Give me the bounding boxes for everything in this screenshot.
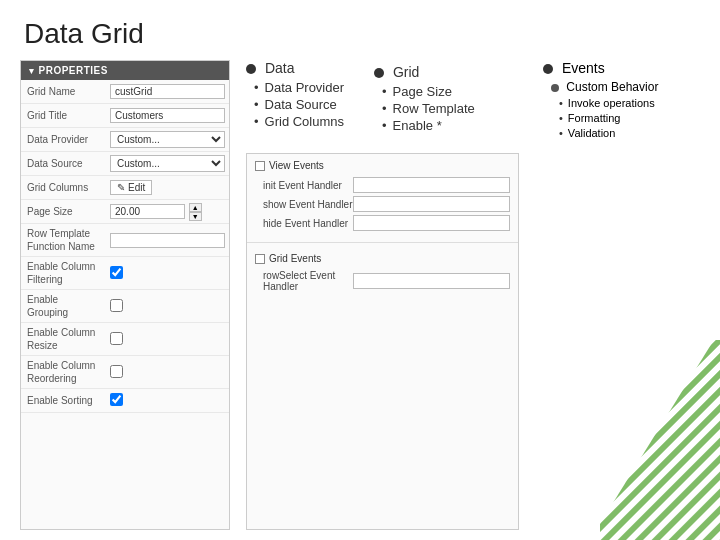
- row-template-input[interactable]: [110, 233, 225, 248]
- init-event-row: init Event Handler: [255, 177, 510, 193]
- properties-panel: ▾ PROPERTIES Grid Name Grid Title Data P…: [20, 60, 230, 530]
- prop-row-gridcolumns: Grid Columns ✎ ✎ Edit: [21, 176, 229, 200]
- top-bullets: Data Data Provider Data Source Grid Colu…: [246, 60, 519, 143]
- list-item: Enable *: [382, 118, 475, 133]
- view-events-label: View Events: [269, 160, 324, 171]
- prop-row-dataprovider: Data Provider Custom...: [21, 128, 229, 152]
- grid-events-label: Grid Events: [269, 253, 321, 264]
- grid-title-input[interactable]: [110, 108, 225, 123]
- grouping-checkbox[interactable]: [110, 299, 123, 312]
- prop-label-sorting: Enable Sorting: [21, 391, 106, 410]
- prop-value-datasource: Custom...: [106, 153, 229, 174]
- prop-row-gridtitle: Grid Title: [21, 104, 229, 128]
- prop-label-colresize: Enable Column Resize: [21, 323, 106, 355]
- show-event-input[interactable]: [353, 196, 510, 212]
- prop-value-sorting: [106, 391, 229, 410]
- page-size-input[interactable]: [110, 204, 185, 219]
- col-reorder-checkbox[interactable]: [110, 365, 123, 378]
- list-item: Validation: [559, 127, 692, 139]
- pencil-icon: ✎: [117, 182, 125, 193]
- grid-events-header: Grid Events: [255, 251, 510, 266]
- prop-label-colreorder: Enable Column Reordering: [21, 356, 106, 388]
- prop-row-rowtemplate: Row Template Function Name: [21, 224, 229, 257]
- prop-row-datasource: Data Source Custom...: [21, 152, 229, 176]
- prop-value-colfiltering: [106, 264, 229, 283]
- properties-label: PROPERTIES: [39, 65, 108, 76]
- list-item: Row Template: [382, 101, 475, 116]
- grid-events-section: Grid Events rowSelect Event Handler: [247, 247, 518, 299]
- prop-row-pagesize: Page Size ▲ ▼: [21, 200, 229, 224]
- hide-event-input[interactable]: [353, 215, 510, 231]
- rowselect-event-row: rowSelect Event Handler: [255, 270, 510, 292]
- prop-row-colreorder: Enable Column Reordering: [21, 356, 229, 389]
- prop-label-rowtemplate: Row Template Function Name: [21, 224, 106, 256]
- prop-row-grouping: Enable Grouping: [21, 290, 229, 323]
- events-divider: [247, 242, 518, 243]
- prop-row-colresize: Enable Column Resize: [21, 323, 229, 356]
- prop-value-grouping: [106, 297, 229, 316]
- view-events-header: View Events: [255, 158, 510, 173]
- svg-marker-2: [600, 340, 720, 540]
- prop-value-dataprovider: Custom...: [106, 129, 229, 150]
- properties-header: ▾ PROPERTIES: [21, 61, 229, 80]
- list-item: Data Source: [254, 97, 344, 112]
- prop-label-gridcolumns: Grid Columns: [21, 178, 106, 197]
- prop-value-rowtemplate: [106, 231, 229, 250]
- prop-value-gridcolumns: ✎ ✎ Edit: [106, 178, 229, 197]
- events-panel: View Events init Event Handler show Even…: [246, 153, 519, 530]
- prop-label-colfiltering: Enable Column Filtering: [21, 257, 106, 289]
- spinner-down[interactable]: ▼: [189, 212, 202, 221]
- collapse-icon: ▾: [29, 66, 35, 76]
- prop-value-colreorder: [106, 363, 229, 382]
- col-resize-checkbox[interactable]: [110, 332, 123, 345]
- hide-event-label: hide Event Handler: [263, 218, 353, 229]
- prop-row-sorting: Enable Sorting: [21, 389, 229, 413]
- data-section-title: Data: [246, 60, 344, 76]
- grid-name-input[interactable]: [110, 84, 225, 99]
- col-filtering-checkbox[interactable]: [110, 266, 123, 279]
- data-bullets-list: Data Provider Data Source Grid Columns: [246, 80, 344, 129]
- rowselect-event-input[interactable]: [353, 273, 510, 289]
- prop-label-pagesize: Page Size: [21, 202, 106, 221]
- prop-value-pagesize: ▲ ▼: [106, 201, 229, 223]
- list-item: Data Provider: [254, 80, 344, 95]
- prop-row-gridname: Grid Name: [21, 80, 229, 104]
- grid-bullets-list: Page Size Row Template Enable *: [374, 84, 475, 133]
- stripe-decoration: [600, 340, 720, 540]
- list-item: Invoke operations: [559, 97, 692, 109]
- prop-value-gridname: [106, 82, 229, 101]
- page-title: Data Grid: [0, 0, 720, 60]
- custom-behavior-title: Custom Behavior: [543, 80, 692, 94]
- number-spinners: ▲ ▼: [189, 203, 202, 221]
- list-item: Formatting: [559, 112, 692, 124]
- prop-label-dataprovider: Data Provider: [21, 130, 106, 149]
- view-events-checkbox-icon: [255, 161, 265, 171]
- events-section-title: Events: [543, 60, 692, 76]
- grid-section-title: Grid: [374, 64, 475, 80]
- prop-label-datasource: Data Source: [21, 154, 106, 173]
- prop-value-gridtitle: [106, 106, 229, 125]
- rowselect-event-label: rowSelect Event Handler: [263, 270, 353, 292]
- prop-label-gridtitle: Grid Title: [21, 106, 106, 125]
- list-item: Page Size: [382, 84, 475, 99]
- events-bullets-list: Invoke operations Formatting Validation: [543, 97, 692, 139]
- init-event-label: init Event Handler: [263, 180, 353, 191]
- prop-row-colfiltering: Enable Column Filtering: [21, 257, 229, 290]
- prop-label-gridname: Grid Name: [21, 82, 106, 101]
- hide-event-row: hide Event Handler: [255, 215, 510, 231]
- data-bullets-col: Data Data Provider Data Source Grid Colu…: [246, 60, 344, 135]
- init-event-input[interactable]: [353, 177, 510, 193]
- list-item: Grid Columns: [254, 114, 344, 129]
- data-source-select[interactable]: Custom...: [110, 155, 225, 172]
- middle-content: Data Data Provider Data Source Grid Colu…: [246, 60, 519, 530]
- grid-events-checkbox-icon: [255, 254, 265, 264]
- data-provider-select[interactable]: Custom...: [110, 131, 225, 148]
- spinner-up[interactable]: ▲: [189, 203, 202, 212]
- edit-button[interactable]: ✎ ✎ Edit: [110, 180, 152, 195]
- show-event-label: show Event Handler: [263, 199, 353, 210]
- show-event-row: show Event Handler: [255, 196, 510, 212]
- prop-label-grouping: Enable Grouping: [21, 290, 106, 322]
- prop-value-colresize: [106, 330, 229, 349]
- sorting-checkbox[interactable]: [110, 393, 123, 406]
- view-events-section: View Events init Event Handler show Even…: [247, 154, 518, 238]
